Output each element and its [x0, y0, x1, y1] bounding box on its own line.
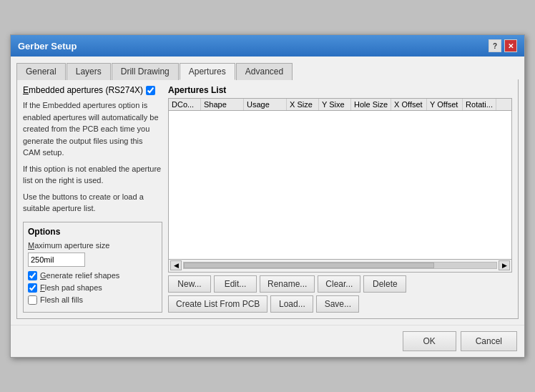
col-holesize: Hole Size	[351, 99, 391, 110]
tab-drill-drawing[interactable]: Drill Drawing	[112, 63, 179, 80]
create-list-button[interactable]: Create List From PCB	[168, 295, 268, 313]
dialog-title: Gerber Setup	[18, 41, 77, 52]
ok-button[interactable]: OK	[403, 331, 456, 351]
col-ysize: Y Sixe	[319, 99, 351, 110]
gerber-setup-dialog: Gerber Setup ? ✕ General Layers Drill Dr…	[10, 34, 525, 358]
button-row-2: Create List From PCB Load... Save...	[168, 295, 512, 313]
flesh-pad-row: Flesh pad shapes	[28, 283, 157, 293]
table-header: DCo... Shape Usage X Size Y Sixe Hole Si…	[169, 99, 511, 111]
description-1: If the Embedded apertures option is enab…	[23, 99, 162, 159]
embedded-text: Embedded apertures (RS274X)	[23, 85, 143, 95]
close-button[interactable]: ✕	[504, 39, 517, 52]
description-3: Use the buttons to create or load a suit…	[23, 191, 162, 215]
col-yoffset: Y Offset	[427, 99, 463, 110]
delete-button[interactable]: Delete	[363, 275, 406, 293]
dialog-footer: OK Cancel	[11, 325, 524, 357]
flesh-fills-checkbox[interactable]	[28, 295, 37, 305]
clear-button[interactable]: Clear...	[318, 275, 360, 293]
col-shape: Shape	[201, 99, 244, 110]
embedded-apertures-checkbox[interactable]	[146, 86, 155, 95]
right-panel: Apertures List DCo... Shape Usage X Size…	[168, 85, 512, 313]
col-dcode: DCo...	[169, 99, 201, 110]
load-button[interactable]: Load...	[270, 295, 313, 313]
flesh-pad-label: Flesh pad shapes	[40, 283, 102, 292]
help-button[interactable]: ?	[489, 39, 501, 52]
cancel-button[interactable]: Cancel	[461, 331, 517, 351]
flesh-pad-checkbox[interactable]	[28, 283, 37, 293]
tab-advanced[interactable]: Advanced	[236, 63, 293, 80]
button-row-1: New... Edit... Rename... Clear... Delete	[168, 275, 512, 293]
apertures-list-title: Apertures List	[168, 85, 226, 95]
scroll-left-arrow[interactable]: ◀	[170, 260, 182, 270]
tab-content-apertures: Embedded apertures (RS274X) If the Embed…	[16, 79, 519, 319]
generate-relief-checkbox[interactable]	[28, 271, 37, 280]
description-2: If this option is not enabled the apertu…	[23, 163, 162, 187]
max-aperture-input[interactable]	[28, 253, 85, 267]
options-box: Options Maximum aperture size Generate r…	[23, 222, 162, 313]
scroll-right-arrow[interactable]: ▶	[499, 260, 510, 270]
apertures-table-container: DCo... Shape Usage X Size Y Sixe Hole Si…	[168, 98, 512, 273]
table-body	[169, 111, 511, 259]
max-aperture-label: Maximum aperture size	[28, 241, 157, 250]
scroll-thumb[interactable]	[184, 263, 434, 268]
left-panel: Embedded apertures (RS274X) If the Embed…	[23, 85, 162, 313]
col-rotation: Rotati...	[463, 99, 496, 110]
tab-bar: General Layers Drill Drawing Apertures A…	[16, 62, 519, 80]
tab-layers[interactable]: Layers	[67, 63, 111, 80]
scroll-track[interactable]	[183, 262, 497, 269]
new-button[interactable]: New...	[168, 275, 211, 293]
dialog-body: General Layers Drill Drawing Apertures A…	[11, 57, 524, 325]
col-usage: Usage	[244, 99, 287, 110]
flesh-fills-label: Flesh all fills	[40, 295, 83, 304]
tab-apertures[interactable]: Apertures	[180, 63, 235, 80]
title-bar: Gerber Setup ? ✕	[11, 35, 524, 57]
apertures-content: Embedded apertures (RS274X) If the Embed…	[23, 85, 512, 313]
tab-general[interactable]: General	[16, 63, 66, 80]
edit-button[interactable]: Edit...	[214, 275, 257, 293]
col-xsize: X Size	[287, 99, 319, 110]
col-xoffset: X Offset	[391, 99, 427, 110]
title-bar-buttons: ? ✕	[489, 39, 517, 52]
generate-relief-row: Generate relief shapes	[28, 271, 157, 280]
generate-relief-label: Generate relief shapes	[40, 271, 119, 280]
save-button[interactable]: Save...	[316, 295, 359, 313]
apertures-list-header: Apertures List	[168, 85, 512, 95]
embedded-apertures-label: Embedded apertures (RS274X)	[23, 85, 162, 95]
flesh-fills-row: Flesh all fills	[28, 295, 157, 305]
rename-button[interactable]: Rename...	[260, 275, 315, 293]
horizontal-scrollbar[interactable]: ◀ ▶	[169, 259, 511, 272]
options-title: Options	[28, 227, 157, 237]
